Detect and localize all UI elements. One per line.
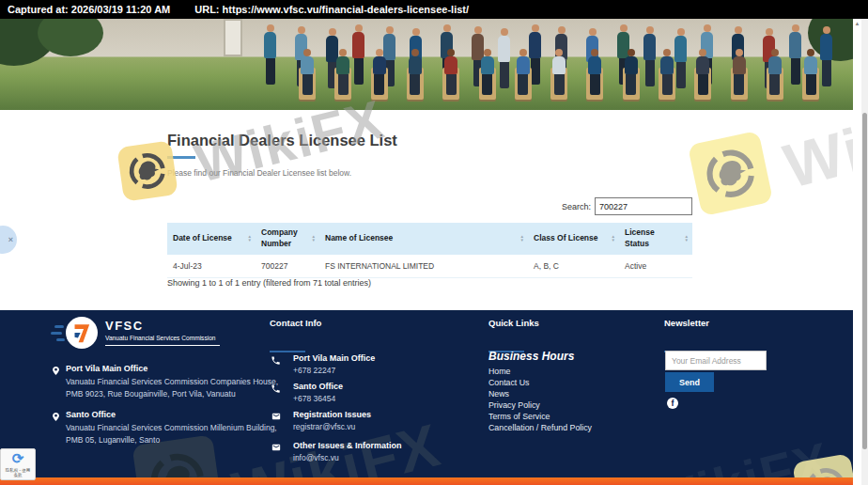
page-title: Financial Dealers Licensee List [167,132,397,149]
contact-item-value[interactable]: info@vfsc.vu [293,452,339,464]
banner-person-part [479,19,496,110]
footer-link-news[interactable]: News [488,389,509,400]
captured-label: Captured at: [8,4,69,15]
col-class-of-license[interactable]: Class Of License▲▼ [528,223,619,255]
cell-licensee-name: FS INTERNATIONAL LIMITED [319,255,528,278]
banner-person-part [264,32,276,58]
banner-person-part [407,19,424,110]
search-input[interactable] [595,197,692,215]
banner-person-part [734,74,744,95]
banner-person-part [731,19,748,110]
footer-link-terms-of-service[interactable]: Terms of Service [488,412,550,423]
captured-value: 2026/03/19 11:20 AM [71,4,170,15]
recaptcha-badge[interactable]: ⟳ 隐私权 - 使用条款 [0,448,36,480]
wikifx-eagle-icon [801,462,850,477]
accessibility-widget-button[interactable]: × [0,226,17,254]
banner-person-part [554,74,565,95]
contact-item-title: Santo Office [293,382,343,391]
banner-person-part [500,62,509,88]
banner-person-part [674,36,687,62]
banner-person-part [698,74,708,95]
cell-license-status: Active [619,255,692,278]
sort-icon: ▲▼ [248,234,252,242]
scrollbar-thumb[interactable] [862,113,867,449]
banner-person-part [336,56,349,74]
footer-link-privacy-policy[interactable]: Privacy Policy [488,400,540,412]
col-label: Name of Licensee [325,233,393,242]
banner-person-part [263,24,277,100]
newsletter-heading: Newsletter [664,318,709,328]
close-icon[interactable]: × [8,235,13,244]
contact-item-title: Port Vila Main Office [293,353,375,363]
banner-person-part [498,36,510,62]
contact-item-value[interactable]: registrar@vfsc.vu [293,421,355,433]
footer-link-contact-us[interactable]: Contact Us [488,378,530,389]
location-pin-icon [51,365,61,377]
col-name-of-licensee[interactable]: Name of Licensee▲▼ [319,223,528,255]
banner-person-part [354,58,364,85]
col-license-status[interactable]: License Status▲▼ [619,223,692,255]
logo-speedline [54,325,64,328]
page-subtitle: Please find our Financial Dealer License… [167,168,351,178]
scrollbar-up-arrow-icon[interactable]: ▲ [853,19,861,28]
banner-person-part [446,74,457,95]
banner-person-part [822,60,831,86]
banner-person-part [674,28,688,103]
phone-icon [271,355,281,366]
contact-item-value[interactable]: +678 36454 [293,393,335,405]
banner-person-part [588,56,601,74]
wikifx-watermark-badge [792,453,860,477]
facebook-icon[interactable]: f [667,398,678,409]
banner-person-part [501,28,508,36]
banner-person-part [586,19,603,110]
banner-person-part [625,56,638,74]
newsletter-send-button[interactable]: Send [665,372,714,392]
contact-item-value[interactable]: +678 22247 [293,365,335,377]
quick-links-heading: Quick Links [488,318,539,328]
banner-person-part [806,74,816,95]
banner-person-part [518,74,528,95]
banner-person-part [334,19,351,110]
banner-person-part [531,58,540,85]
captured-url: URL: https://www.vfsc.vu/financial-deale… [194,4,469,15]
newsletter-email-input[interactable] [665,351,767,370]
col-label: Class Of License [534,233,598,242]
business-hours-label: Business Hours [488,350,574,363]
banner-person-part [769,74,780,95]
banner-person-part [376,49,383,56]
vfsc-logo-name: VFSC [105,319,144,333]
banner-person-part [736,49,743,56]
banner-person-part [733,56,746,74]
banner-person-part [663,49,671,56]
office-address-line: Vanuatu Financial Services Commission Co… [66,376,278,388]
licensee-table: Date of License▲▼ Company Number▲▼ Name … [167,223,692,278]
banner-person-part [352,32,364,58]
footer-link-home[interactable]: Home [488,367,510,378]
banner-person-part [768,56,782,74]
banner-person-part [517,56,530,74]
banner-person-part [591,49,598,56]
banner-person-part [659,19,675,110]
banner-person-part [626,74,636,95]
banner-person-part [550,19,567,110]
banner-person-part [807,49,814,56]
contact-item-title: Registration Issues [293,410,371,419]
banner-person-part [447,49,455,56]
heading-underline [270,351,305,352]
captured-at: Captured at: 2026/03/19 11:20 AM [8,4,170,15]
banner-person-part [482,74,492,95]
office-title: Santo Office [66,410,116,419]
logo-speedline [51,332,62,335]
banner-person-part [623,19,640,110]
banner-person-part [373,56,386,74]
col-company-number[interactable]: Company Number▲▼ [256,223,319,255]
sort-icon: ▲▼ [520,234,524,242]
table-header-row: Date of License▲▼ Company Number▲▼ Name … [167,223,692,255]
col-date-of-license[interactable]: Date of License▲▼ [167,223,256,255]
recaptcha-caption[interactable]: 隐私权 - 使用条款 [6,468,31,478]
title-underline [167,156,195,159]
banner-person-part [676,62,686,88]
footer-link-cancellation-refund[interactable]: Cancellation / Refund Policy [488,423,592,434]
banner-person-part [444,56,457,74]
footer: WikiFX WikiFX VFSC Vanuatu Financial Ser… [0,310,868,477]
